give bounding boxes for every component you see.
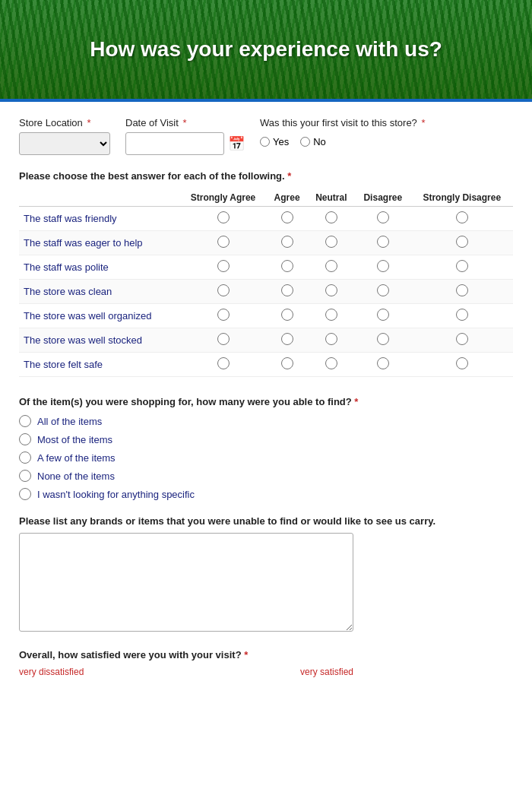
list-item[interactable]: I wasn't looking for anything specific — [19, 488, 513, 500]
likert-row-label: The staff was polite — [19, 255, 179, 280]
likert-radio[interactable] — [377, 284, 389, 296]
top-fields-row: Store Location * Date of Visit * 📅 Was t… — [19, 117, 513, 155]
first-visit-no[interactable]: No — [300, 136, 326, 147]
satisfaction-section: Overall, how satisfied were you with you… — [19, 649, 513, 677]
brands-section-title: Please list any brands or items that you… — [19, 515, 513, 527]
likert-radio[interactable] — [325, 357, 337, 369]
likert-radio[interactable] — [217, 309, 230, 321]
likert-radio[interactable] — [377, 333, 389, 345]
likert-cell — [267, 280, 308, 304]
likert-cell — [411, 280, 513, 304]
likert-cell — [267, 255, 308, 280]
likert-radio[interactable] — [456, 284, 468, 296]
find-items-radio[interactable] — [19, 451, 31, 464]
likert-radio[interactable] — [281, 284, 293, 296]
likert-radio[interactable] — [456, 309, 468, 321]
likert-cell — [411, 328, 513, 353]
likert-radio[interactable] — [217, 357, 230, 369]
likert-radio[interactable] — [456, 236, 468, 248]
likert-col-agree: Agree — [267, 189, 308, 207]
likert-cell — [411, 304, 513, 328]
store-location-label: Store Location * — [19, 117, 110, 128]
likert-radio[interactable] — [281, 357, 293, 369]
likert-col-empty — [19, 189, 179, 207]
likert-cell — [267, 328, 308, 353]
header-section: How was your experience with us? — [0, 0, 532, 99]
date-of-visit-label: Date of Visit * — [125, 117, 245, 128]
likert-radio[interactable] — [325, 333, 337, 345]
first-visit-no-radio[interactable] — [300, 137, 310, 147]
find-items-title: Of the item(s) you were shopping for, ho… — [19, 396, 513, 407]
find-items-option-label: A few of the items — [37, 452, 116, 464]
table-row: The store was clean — [19, 280, 513, 304]
page-title: How was your experience with us? — [74, 37, 458, 62]
likert-radio[interactable] — [217, 236, 230, 248]
list-item[interactable]: Most of the items — [19, 433, 513, 445]
likert-radio[interactable] — [456, 211, 468, 223]
calendar-icon[interactable]: 📅 — [228, 135, 245, 152]
likert-radio[interactable] — [281, 309, 293, 321]
table-row: The staff was polite — [19, 255, 513, 280]
likert-radio[interactable] — [217, 260, 230, 272]
find-items-option-label: All of the items — [37, 416, 102, 427]
first-visit-yes[interactable]: Yes — [260, 136, 289, 147]
likert-radio[interactable] — [281, 333, 293, 345]
likert-cell — [308, 207, 356, 231]
likert-radio[interactable] — [456, 357, 468, 369]
likert-radio[interactable] — [456, 260, 468, 272]
find-items-radio[interactable] — [19, 433, 31, 445]
list-item[interactable]: A few of the items — [19, 451, 513, 464]
likert-cell — [411, 353, 513, 377]
brands-textarea[interactable] — [19, 533, 353, 632]
table-row: The staff was eager to help — [19, 231, 513, 255]
likert-col-strongly-disagree: Strongly Disagree — [411, 189, 513, 207]
date-of-visit-input[interactable] — [125, 132, 224, 155]
likert-radio[interactable] — [377, 211, 389, 223]
likert-cell — [179, 280, 266, 304]
likert-radio[interactable] — [281, 211, 293, 223]
satisfaction-labels: very dissatisfied very satisfied — [19, 667, 353, 677]
likert-cell — [267, 304, 308, 328]
likert-radio[interactable] — [217, 333, 230, 345]
likert-radio[interactable] — [456, 333, 468, 345]
likert-radio[interactable] — [325, 236, 337, 248]
likert-row-label: The store felt safe — [19, 353, 179, 377]
first-visit-label: Was this your first visit to this store?… — [260, 117, 426, 128]
likert-row-label: The store was clean — [19, 280, 179, 304]
likert-cell — [355, 231, 410, 255]
find-items-radio[interactable] — [19, 488, 31, 500]
list-item[interactable]: None of the items — [19, 470, 513, 482]
likert-radio[interactable] — [377, 236, 389, 248]
likert-cell — [267, 353, 308, 377]
likert-cell — [267, 207, 308, 231]
likert-col-strongly-agree: Strongly Agree — [179, 189, 266, 207]
store-location-select[interactable] — [19, 132, 110, 155]
find-items-option-label: None of the items — [37, 470, 115, 482]
likert-section-title: Please choose the best answer for each o… — [19, 170, 513, 182]
likert-cell — [179, 207, 266, 231]
table-row: The store felt safe — [19, 353, 513, 377]
likert-cell — [355, 280, 410, 304]
likert-radio[interactable] — [325, 211, 337, 223]
satisfaction-label-low: very dissatisfied — [19, 667, 84, 677]
satisfaction-label-high: very satisfied — [300, 667, 353, 677]
likert-radio[interactable] — [217, 284, 230, 296]
likert-radio[interactable] — [377, 309, 389, 321]
likert-radio[interactable] — [377, 357, 389, 369]
likert-radio[interactable] — [325, 309, 337, 321]
table-row: The store was well organized — [19, 304, 513, 328]
find-items-radio[interactable] — [19, 415, 31, 427]
likert-radio[interactable] — [217, 211, 230, 223]
first-visit-yes-radio[interactable] — [260, 137, 270, 147]
store-location-group: Store Location * — [19, 117, 110, 155]
likert-cell — [308, 353, 356, 377]
likert-radio[interactable] — [325, 284, 337, 296]
likert-cell — [179, 231, 266, 255]
likert-radio[interactable] — [325, 260, 337, 272]
find-items-radio[interactable] — [19, 470, 31, 482]
satisfaction-title: Overall, how satisfied were you with you… — [19, 649, 513, 661]
list-item[interactable]: All of the items — [19, 415, 513, 427]
likert-radio[interactable] — [281, 236, 293, 248]
likert-radio[interactable] — [377, 260, 389, 272]
likert-radio[interactable] — [281, 260, 293, 272]
